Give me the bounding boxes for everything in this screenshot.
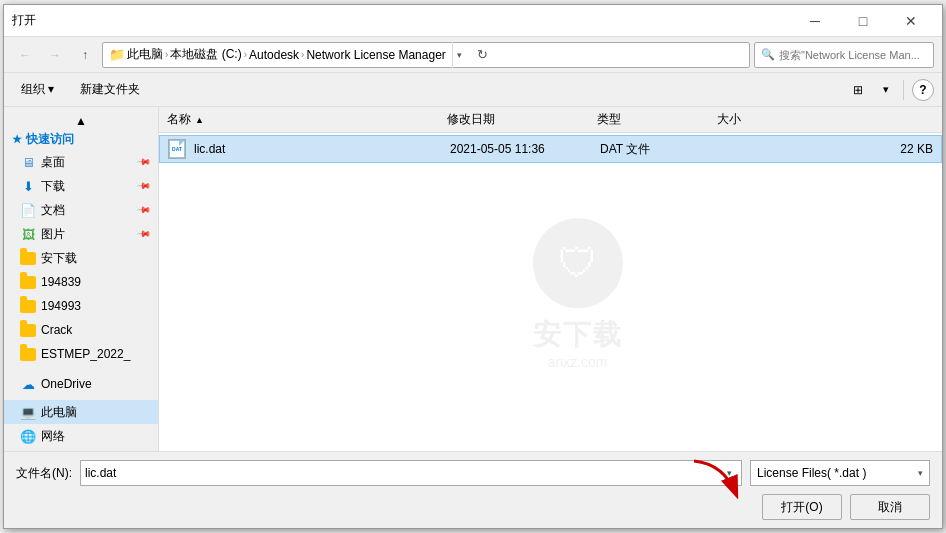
view-grid-button[interactable]: ⊞ xyxy=(845,77,871,103)
second-toolbar: 组织 ▾ 新建文件夹 ⊞ ▾ ? xyxy=(4,73,942,107)
cancel-button[interactable]: 取消 xyxy=(850,494,930,520)
sidebar-item-194839[interactable]: 194839 xyxy=(4,270,158,294)
col-name-label: 名称 xyxy=(167,111,191,128)
folder-icon-crack xyxy=(20,322,36,338)
pin-icon-3: 📌 xyxy=(137,203,152,218)
file-type-licdat: DAT 文件 xyxy=(600,141,720,158)
sidebar-item-estmep[interactable]: ESTMEP_2022_ xyxy=(4,342,158,366)
sidebar-label-desktop: 桌面 xyxy=(41,154,134,171)
sort-arrow: ▲ xyxy=(195,115,204,125)
sidebar-label-crack: Crack xyxy=(41,323,150,337)
folder-icon: 📁 xyxy=(109,47,125,62)
forward-button[interactable]: → xyxy=(42,42,68,68)
onedrive-icon: ☁ xyxy=(20,376,36,392)
refresh-button[interactable]: ↻ xyxy=(470,42,496,68)
maximize-button[interactable]: □ xyxy=(840,7,886,35)
sidebar-label-pictures: 图片 xyxy=(41,226,134,243)
open-button[interactable]: 打开(O) xyxy=(762,494,842,520)
address-dropdown[interactable]: ▾ xyxy=(452,42,466,68)
sep-3: › xyxy=(301,49,304,60)
address-bar[interactable]: 📁 此电脑 › 本地磁盘 (C:) › Autodesk › Network L… xyxy=(102,42,750,68)
open-label: 打开(O) xyxy=(781,499,822,516)
sidebar: ▲ ★ 快速访问 🖥 桌面 📌 ⬇ 下载 📌 📄 文档 📌 xyxy=(4,107,159,451)
filename-input-wrap[interactable]: ▾ xyxy=(80,460,742,486)
divider xyxy=(903,80,904,100)
dat-file-icon: DAT xyxy=(168,139,188,159)
sidebar-item-documents[interactable]: 📄 文档 📌 xyxy=(4,198,158,222)
col-size-label: 大小 xyxy=(717,112,741,126)
address-c[interactable]: 本地磁盘 (C:) xyxy=(170,46,241,63)
watermark-shield: 🛡 xyxy=(558,241,598,286)
cancel-label: 取消 xyxy=(878,499,902,516)
up-button[interactable]: ↑ xyxy=(72,42,98,68)
search-bar: 🔍 xyxy=(754,42,934,68)
sidebar-item-thispc[interactable]: 💻 此电脑 xyxy=(4,400,158,424)
sidebar-label-anzaidie: 安下载 xyxy=(41,250,150,267)
filetype-select[interactable]: License Files( *.dat ) ▾ xyxy=(750,460,930,486)
quick-access-header[interactable]: ★ 快速访问 xyxy=(4,129,158,150)
sidebar-label-onedrive: OneDrive xyxy=(41,377,150,391)
filename-label: 文件名(N): xyxy=(16,465,72,482)
folder-icon-194993 xyxy=(20,298,36,314)
view-list-button[interactable]: ▾ xyxy=(873,77,899,103)
sidebar-item-onedrive[interactable]: ☁ OneDrive xyxy=(4,372,158,396)
help-button[interactable]: ? xyxy=(912,79,934,101)
main-area: ▲ ★ 快速访问 🖥 桌面 📌 ⬇ 下载 📌 📄 文档 📌 xyxy=(4,107,942,451)
col-header-name[interactable]: 名称 ▲ xyxy=(167,111,447,128)
sidebar-item-network[interactable]: 🌐 网络 xyxy=(4,424,158,448)
search-input[interactable] xyxy=(779,49,927,61)
red-arrow-container xyxy=(684,456,744,509)
col-header-size[interactable]: 大小 xyxy=(717,111,934,128)
pin-icon: 📌 xyxy=(137,155,152,170)
address-pc[interactable]: 此电脑 xyxy=(127,46,163,63)
sep-1: › xyxy=(165,49,168,60)
organize-button[interactable]: 组织 ▾ xyxy=(12,77,63,102)
open-dialog: 打开 ─ □ ✕ ← → ↑ 📁 此电脑 › 本地磁盘 (C:) › Autod… xyxy=(3,4,943,529)
title-bar: 打开 ─ □ ✕ xyxy=(4,5,942,37)
column-headers: 名称 ▲ 修改日期 类型 大小 xyxy=(159,107,942,133)
folder-icon-194839 xyxy=(20,274,36,290)
sidebar-item-download[interactable]: ⬇ 下载 📌 xyxy=(4,174,158,198)
col-type-label: 类型 xyxy=(597,112,621,126)
file-row-licdat[interactable]: DAT lic.dat 2021-05-05 11:36 DAT 文件 22 K… xyxy=(159,135,942,163)
minimize-button[interactable]: ─ xyxy=(792,7,838,35)
address-nlm[interactable]: Network License Manager xyxy=(306,48,445,62)
quick-access-label: 快速访问 xyxy=(26,131,74,148)
pictures-icon: 🖼 xyxy=(20,226,36,242)
address-part-1: 📁 此电脑 › 本地磁盘 (C:) › Autodesk › Network L… xyxy=(109,46,446,63)
filename-input[interactable] xyxy=(85,466,721,480)
bottom-area: 文件名(N): ▾ License Files( *.dat ) ▾ xyxy=(4,451,942,528)
col-header-type[interactable]: 类型 xyxy=(597,111,717,128)
col-date-label: 修改日期 xyxy=(447,112,495,126)
sidebar-label-194839: 194839 xyxy=(41,275,150,289)
filetype-label: License Files( *.dat ) xyxy=(757,466,866,480)
folder-icon-estmep xyxy=(20,346,36,362)
sidebar-label-documents: 文档 xyxy=(41,202,134,219)
col-header-date[interactable]: 修改日期 xyxy=(447,111,597,128)
documents-icon: 📄 xyxy=(20,202,36,218)
address-autodesk[interactable]: Autodesk xyxy=(249,48,299,62)
button-row: 打开(O) 取消 xyxy=(16,494,930,520)
new-folder-button[interactable]: 新建文件夹 xyxy=(71,77,149,102)
file-name-licdat: lic.dat xyxy=(194,142,450,156)
download-icon: ⬇ xyxy=(20,178,36,194)
pc-icon: 💻 xyxy=(20,404,36,420)
watermark: 🛡 安下载 anxz.com xyxy=(533,218,623,370)
network-icon: 🌐 xyxy=(20,428,36,444)
close-button[interactable]: ✕ xyxy=(888,7,934,35)
sidebar-item-194993[interactable]: 194993 xyxy=(4,294,158,318)
pin-icon-4: 📌 xyxy=(137,227,152,242)
sidebar-item-pictures[interactable]: 🖼 图片 📌 xyxy=(4,222,158,246)
sidebar-item-anzaidie[interactable]: 安下载 xyxy=(4,246,158,270)
sidebar-item-crack[interactable]: Crack xyxy=(4,318,158,342)
filename-row: 文件名(N): ▾ License Files( *.dat ) ▾ xyxy=(16,460,930,486)
sidebar-label-estmep: ESTMEP_2022_ xyxy=(41,347,150,361)
back-button[interactable]: ← xyxy=(12,42,38,68)
star-icon: ★ xyxy=(12,133,22,146)
filetype-dropdown-arrow: ▾ xyxy=(918,468,923,478)
file-date-licdat: 2021-05-05 11:36 xyxy=(450,142,600,156)
sidebar-scroll-up[interactable]: ▲ xyxy=(4,113,158,129)
sidebar-item-desktop[interactable]: 🖥 桌面 📌 xyxy=(4,150,158,174)
red-arrow-svg xyxy=(684,456,744,506)
sidebar-label-download: 下载 xyxy=(41,178,134,195)
